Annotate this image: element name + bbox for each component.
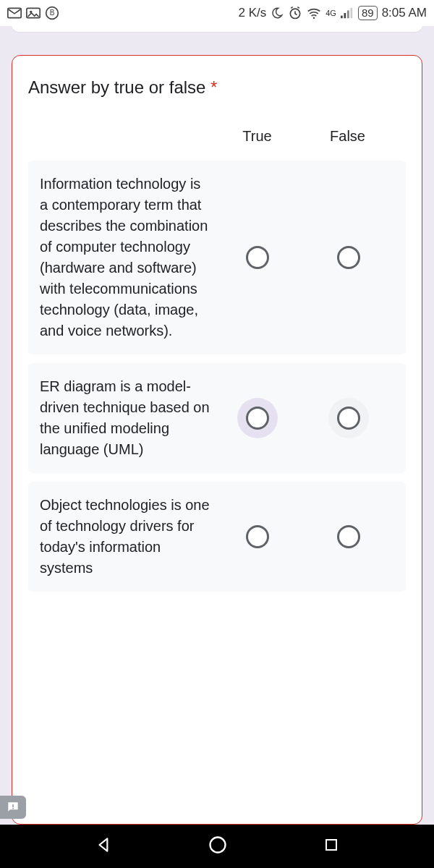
radio-cell-true xyxy=(212,246,303,269)
question-title: Answer by true or false * xyxy=(28,77,406,98)
radio-cell-true xyxy=(212,525,303,548)
clock: 8:05 AM xyxy=(382,6,427,20)
battery-indicator: 89 xyxy=(358,6,378,20)
recent-button[interactable] xyxy=(323,836,340,856)
question-row: Information technology is a contemporary… xyxy=(28,161,406,354)
feedback-button[interactable] xyxy=(0,796,26,819)
svg-rect-14 xyxy=(326,840,336,850)
signal-icon xyxy=(341,7,354,19)
question-card: Answer by true or false * True False Inf… xyxy=(12,55,422,825)
question-text: Information technology is a contemporary… xyxy=(40,174,212,341)
form-background: Answer by true or false * True False Inf… xyxy=(0,26,434,825)
column-header-true: True xyxy=(212,128,302,145)
status-bar: B 2 K/s 4G 89 8:05 AM xyxy=(0,0,434,26)
question-text: ER diagram is a model-driven technique b… xyxy=(40,376,212,460)
radio-true[interactable] xyxy=(246,525,269,548)
alarm-icon xyxy=(288,6,302,20)
feedback-icon xyxy=(6,800,20,814)
radio-false[interactable] xyxy=(337,407,360,430)
circle-b-icon: B xyxy=(45,6,59,20)
required-mark: * xyxy=(210,77,217,97)
question-row: Object technologies is one of technology… xyxy=(28,482,406,592)
battery-level: 89 xyxy=(362,7,374,20)
svg-rect-10 xyxy=(350,8,352,18)
radio-cell-false xyxy=(303,407,394,430)
android-nav-bar xyxy=(0,825,434,868)
net-speed: 2 K/s xyxy=(239,6,267,20)
svg-point-6 xyxy=(313,17,315,19)
svg-point-13 xyxy=(210,838,226,853)
mail-icon xyxy=(7,7,22,19)
svg-rect-11 xyxy=(12,804,14,807)
radio-cell-false xyxy=(303,246,394,269)
radio-true[interactable] xyxy=(246,407,269,430)
home-button[interactable] xyxy=(208,835,228,858)
radio-cell-true xyxy=(212,407,303,430)
question-title-text: Answer by true or false xyxy=(28,77,205,97)
svg-text:B: B xyxy=(50,9,55,17)
column-header-false: False xyxy=(302,128,393,145)
status-left: B xyxy=(7,6,59,20)
radio-cell-false xyxy=(303,525,394,548)
question-text: Object technologies is one of technology… xyxy=(40,495,212,579)
prev-card-edge xyxy=(12,25,422,32)
svg-rect-9 xyxy=(347,10,349,18)
radio-false[interactable] xyxy=(337,246,360,269)
radio-true[interactable] xyxy=(246,246,269,269)
column-headers: True False xyxy=(28,128,406,145)
moon-icon xyxy=(271,7,284,20)
status-right: 2 K/s 4G 89 8:05 AM xyxy=(239,6,427,20)
svg-rect-8 xyxy=(344,13,346,18)
net-label: 4G xyxy=(326,9,336,17)
svg-rect-7 xyxy=(341,16,343,19)
wifi-icon xyxy=(307,7,321,19)
back-button[interactable] xyxy=(95,835,114,857)
svg-rect-12 xyxy=(12,808,14,809)
image-icon xyxy=(26,7,41,19)
radio-false[interactable] xyxy=(337,525,360,548)
question-row: ER diagram is a model-driven technique b… xyxy=(28,363,406,473)
